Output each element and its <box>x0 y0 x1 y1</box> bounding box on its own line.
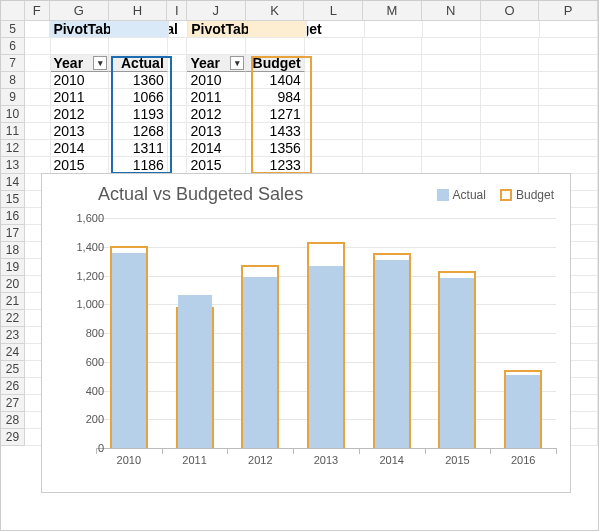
row-header-17[interactable]: 17 <box>1 225 24 242</box>
row-header-18[interactable]: 18 <box>1 242 24 259</box>
bar-actual <box>440 278 474 448</box>
bar-actual <box>309 266 343 448</box>
bar-actual <box>178 295 212 448</box>
filter-dropdown-icon[interactable]: ▾ <box>230 56 244 70</box>
row-header-10[interactable]: 10 <box>1 106 24 123</box>
bar-actual <box>506 375 540 448</box>
y-axis-label: 600 <box>64 356 104 368</box>
legend-item-actual: Actual <box>437 188 486 202</box>
col-header-H[interactable]: H <box>109 1 168 20</box>
chart-title: Actual vs Budgeted Sales <box>98 184 303 205</box>
cell-budget[interactable]: 1271 <box>246 106 305 123</box>
col-header-O[interactable]: O <box>481 1 540 20</box>
row-header-15[interactable]: 15 <box>1 191 24 208</box>
row-header-28[interactable]: 28 <box>1 412 24 429</box>
cell-budget[interactable]: 1233 <box>246 157 305 174</box>
x-axis-label: 2012 <box>240 454 280 466</box>
col-header-J[interactable]: J <box>187 1 246 20</box>
row-header-8[interactable]: 8 <box>1 72 24 89</box>
legend-item-budget: Budget <box>500 188 554 202</box>
row-header-21[interactable]: 21 <box>1 293 24 310</box>
gridline <box>96 218 556 219</box>
cell-year-b[interactable]: 2013 <box>187 123 246 140</box>
cell-budget[interactable]: 1433 <box>246 123 305 140</box>
row-header-25[interactable]: 25 <box>1 361 24 378</box>
pivot-header-year-a[interactable]: Year▾ <box>51 55 110 72</box>
cell-year-b[interactable]: 2014 <box>187 140 246 157</box>
pivot-title-budget[interactable]: PivotTable - Budget <box>188 21 248 38</box>
col-header-K[interactable]: K <box>246 1 305 20</box>
pivot-header-budget[interactable]: Budget <box>246 55 305 72</box>
cell-year-b[interactable]: 2015 <box>187 157 246 174</box>
col-header-M[interactable]: M <box>363 1 422 20</box>
cell-actual[interactable]: 1193 <box>109 106 168 123</box>
row-header-9[interactable]: 9 <box>1 89 24 106</box>
x-axis-label: 2014 <box>372 454 412 466</box>
chart[interactable]: Actual vs Budgeted Sales Actual Budget 2… <box>41 173 571 493</box>
cell-year-a[interactable]: 2012 <box>51 106 110 123</box>
cell-actual[interactable]: 1311 <box>109 140 168 157</box>
cell-actual[interactable]: 1268 <box>109 123 168 140</box>
filter-dropdown-icon[interactable]: ▾ <box>93 56 107 70</box>
cell-year-b[interactable]: 2011 <box>187 89 246 106</box>
row-header-7[interactable]: 7 <box>1 55 24 72</box>
row-header-19[interactable]: 19 <box>1 259 24 276</box>
x-axis-label: 2010 <box>109 454 149 466</box>
row-header-27[interactable]: 27 <box>1 395 24 412</box>
row-header-11[interactable]: 11 <box>1 123 24 140</box>
cell-budget[interactable]: 1404 <box>246 72 305 89</box>
legend-label: Budget <box>516 188 554 202</box>
y-axis-label: 0 <box>64 442 104 454</box>
row-header-24[interactable]: 24 <box>1 344 24 361</box>
row-header-6[interactable]: 6 <box>1 38 24 55</box>
cell-year-a[interactable]: 2013 <box>51 123 110 140</box>
spreadsheet-grid: FGHIJKLMNOP 5678910111213141516171819202… <box>1 1 598 530</box>
cell-actual[interactable]: 1360 <box>109 72 168 89</box>
row-header-23[interactable]: 23 <box>1 327 24 344</box>
cell-actual[interactable]: 1066 <box>109 89 168 106</box>
cell-actual[interactable]: 1186 <box>109 157 168 174</box>
cell-budget[interactable]: 1356 <box>246 140 305 157</box>
y-axis-label: 1,600 <box>64 212 104 224</box>
x-axis-label: 2016 <box>503 454 543 466</box>
plot-area: 2010201120122013201420152016 <box>96 218 556 448</box>
row-header-29[interactable]: 29 <box>1 429 24 446</box>
legend-swatch-actual <box>437 189 449 201</box>
row-header-12[interactable]: 12 <box>1 140 24 157</box>
pivot-header-actual[interactable]: Actual <box>109 55 168 72</box>
row-header-20[interactable]: 20 <box>1 276 24 293</box>
x-axis-label: 2011 <box>175 454 215 466</box>
row-headers: 5678910111213141516171819202122232425262… <box>1 21 25 446</box>
cell-budget[interactable]: 984 <box>246 89 305 106</box>
cell-year-b[interactable]: 2010 <box>187 72 246 89</box>
col-header-N[interactable]: N <box>422 1 481 20</box>
bar-actual <box>375 260 409 448</box>
x-axis-label: 2013 <box>306 454 346 466</box>
cell-year-a[interactable]: 2011 <box>51 89 110 106</box>
y-axis-label: 200 <box>64 413 104 425</box>
row-header-13[interactable]: 13 <box>1 157 24 174</box>
col-header-P[interactable]: P <box>539 1 598 20</box>
y-axis-label: 400 <box>64 385 104 397</box>
col-header-G[interactable]: G <box>50 1 109 20</box>
cell-year-a[interactable]: 2014 <box>51 140 110 157</box>
col-header-I[interactable]: I <box>167 1 187 20</box>
y-axis-label: 1,000 <box>64 298 104 310</box>
row-header-5[interactable]: 5 <box>1 21 24 38</box>
row-header-14[interactable]: 14 <box>1 174 24 191</box>
row-header-22[interactable]: 22 <box>1 310 24 327</box>
row-header-26[interactable]: 26 <box>1 378 24 395</box>
row-header-16[interactable]: 16 <box>1 208 24 225</box>
col-header-L[interactable]: L <box>304 1 363 20</box>
legend-swatch-budget <box>500 189 512 201</box>
col-header-F[interactable]: F <box>25 1 50 20</box>
y-axis-label: 800 <box>64 327 104 339</box>
cell-year-b[interactable]: 2012 <box>187 106 246 123</box>
cell-year-a[interactable]: 2015 <box>51 157 110 174</box>
pivot-title-actual[interactable]: PivotTable - Actual <box>50 21 110 38</box>
y-axis-label: 1,200 <box>64 270 104 282</box>
x-axis-label: 2015 <box>437 454 477 466</box>
bar-actual <box>112 253 146 449</box>
pivot-header-year-b[interactable]: Year▾ <box>187 55 246 72</box>
cell-year-a[interactable]: 2010 <box>51 72 110 89</box>
